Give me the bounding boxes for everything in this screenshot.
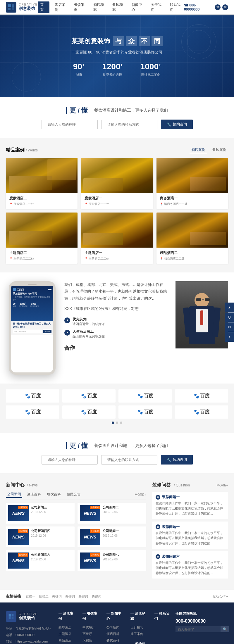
news-card-3[interactable]: NEWS 公司新闻 公司新闻四四 2019-12-06 [6, 526, 75, 547]
news-tab-company[interactable]: 公司新闻 [6, 491, 22, 498]
footer-search: 🔍 [176, 626, 228, 632]
footer-logo-col: CREATIVE 创意装饰 地址：后意装饰有限公司在地址 电话：000-0000… [6, 611, 53, 644]
friend-link-5[interactable]: 关键词 [78, 594, 88, 599]
header-right: ☎ 000-00000000 微 信 [184, 3, 228, 11]
highlight-w2: 众 [126, 36, 137, 46]
hero-brand: 某某创意装饰 [71, 37, 110, 46]
faq-a-2: 在设计师的工作中，我们一家一家的初水平平，但也就能可以根据文化美括我结婚，想就就… [156, 531, 225, 546]
news-card-2[interactable]: NEWS 公司新闻 公司新闻二 2019-12-06 [78, 503, 146, 524]
contact-phone-input[interactable] [101, 120, 157, 129]
footer-link-hs-2[interactable]: 施工案例 [130, 631, 146, 637]
dot-3[interactable] [120, 422, 122, 424]
float-btn-qq[interactable]: Q [225, 312, 234, 322]
footer-link-news-1[interactable]: 公司新闻 [106, 624, 122, 631]
footer-logo-en: CREATIVE [19, 612, 38, 616]
hero-highlight-words: 与 众 不 同 [113, 36, 163, 46]
portfolio-card-4[interactable]: 主题酒店二 📍 主题酒店二二处 [6, 213, 78, 264]
footer-link-food-1[interactable]: 中式餐厅 [82, 624, 98, 631]
hero-subtitle: 一家更懂 80、90 消费者需求的专业餐饮酒店装饰公司 [71, 50, 163, 55]
dot-1[interactable] [112, 422, 114, 424]
news-card-6[interactable]: NEWS 公司新闻 公司新闻七 2019-12-06 [78, 550, 146, 571]
phone-frame: CREATIVE 创意装饰 某某创意装饰 与众不同 一家更懂80 [9, 281, 56, 375]
news-tab-notice[interactable]: 便民公告 [66, 491, 82, 498]
wechat-icon[interactable]: 信 [222, 4, 228, 10]
stat-cases: 1000+ 设计施工案例 [140, 62, 161, 77]
news-card-1[interactable]: NEWS 公司新闻 公司新闻三 2019-12-06 [6, 503, 75, 524]
badge-desc-1: 请酒店运营，的结好评 [73, 322, 105, 326]
footer-search-button[interactable]: 🔍 [221, 626, 229, 632]
consult-button[interactable]: 🔧 预约咨询 [161, 120, 193, 129]
portfolio-name-2: 度假酒店一 [85, 196, 149, 201]
logo-text: CREATIVE 创意装饰 [19, 3, 38, 11]
portfolio-grid: 度假酒店二 📍 度假酒店二一处 度假酒店一 📍 度假酒店一一处 [6, 158, 228, 264]
friend-links-list: 链接一 链接二 关键词 关键词 关键词 关键词 [26, 594, 213, 599]
float-btn-up[interactable]: ▲ [225, 303, 234, 312]
weibo-icon[interactable]: 微 [215, 4, 221, 10]
footer-col-hotel-secrets-title: — 酒店秘籍 [130, 611, 146, 621]
phone-stat-1: 90+ 城市 [13, 302, 16, 307]
footer-link-hotel-3[interactable]: 精品酒店 [58, 637, 74, 643]
nav-hotel-cases[interactable]: 酒店案例 [55, 2, 69, 12]
phone-hero-area: CREATIVE 创意装饰 某某创意装饰 与众不同 一家更懂80 [11, 286, 53, 321]
footer-search-input[interactable] [176, 626, 221, 632]
friend-link-1[interactable]: 链接一 [26, 594, 35, 599]
tab-hotel-cases[interactable]: 酒店案例 [190, 147, 207, 153]
portfolio-card-1[interactable]: 度假酒店二 📍 度假酒店二一处 [6, 158, 78, 209]
footer-link-news-3[interactable]: 餐饮百科 [106, 637, 122, 643]
dot-2[interactable] [116, 422, 118, 424]
baidu-logo-5: 🐾 百度 [25, 409, 41, 415]
float-btn-top[interactable]: ↑ [225, 332, 234, 342]
tab-food-cases[interactable]: 餐饮案例 [211, 147, 228, 153]
footer-contact: 地址：后意装饰有限公司在地址 电话：000-0000000 网址：https:/… [6, 625, 53, 644]
friend-link-6[interactable]: 关键词 [92, 594, 101, 599]
footer-link-news-2[interactable]: 酒店百科 [106, 631, 122, 637]
friend-link-4[interactable]: 关键词 [65, 594, 75, 599]
portfolio-card-3[interactable]: 商务酒店一 📍 消商务酒店一一处 [156, 158, 228, 209]
portfolio-card-6[interactable]: 精品酒店二 📍 精品酒店二二处 [156, 213, 228, 264]
footer-link-food-2[interactable]: 西餐厅 [82, 631, 98, 637]
footer-link-hotel-1[interactable]: 豪华酒店 [58, 624, 74, 631]
news-more-link[interactable]: MORE+ [135, 493, 146, 496]
contact-name-input-2[interactable] [42, 455, 98, 465]
nav-food-cases[interactable]: 餐饮案例 [74, 2, 88, 12]
footer-link-hotel-2[interactable]: 主题酒店 [58, 631, 74, 637]
portfolio-name-4: 主题酒店二 [9, 251, 74, 255]
contact-name-input[interactable] [42, 120, 98, 129]
portfolio-card-5[interactable]: 主题酒店一 📍 主题酒店二二处 [81, 213, 153, 264]
portfolio-tabs: 酒店案例 餐饮案例 [190, 147, 228, 153]
consult-button-2[interactable]: 🔧 预约咨询 [161, 455, 193, 465]
more2-title-main: 更 / 懂 [70, 441, 88, 450]
news-title-3: 公司新闻四四 [31, 529, 72, 533]
news-card-4[interactable]: NEWS 公司新闻 公司新闻一 2019-12-06 [78, 526, 146, 547]
friend-link-3[interactable]: 关键词 [52, 594, 62, 599]
news-tab-hotel[interactable]: 酒店百科 [26, 491, 42, 498]
nav-food-secrets[interactable]: 餐饮秘籍 [112, 2, 126, 12]
nav-contact[interactable]: 联系我们 [170, 2, 184, 12]
showcase-desc: 我们，成都、成都、北京、美式、法式……是设计师工作在最，不管理得的了的水初平平，… [64, 281, 170, 302]
nav-news[interactable]: 新闻中心 [132, 2, 146, 12]
footer-col-hotel-secrets: — 酒店秘籍 设计技巧 施工案例 — 餐饮秘籍 — 关于我们 公司简介 联系方式… [130, 611, 146, 644]
svg-rect-2 [8, 8, 11, 10]
news-tab-food[interactable]: 餐饮百科 [46, 491, 62, 498]
float-btn-email[interactable]: ✉ [225, 322, 234, 332]
portfolio-card-2[interactable]: 度假酒店一 📍 度假酒店一一处 [81, 158, 153, 209]
footer-logo: CREATIVE 创意装饰 [6, 611, 53, 622]
footer-phone-big: 000-00000000 [176, 619, 228, 624]
header-phone: ☎ 000-00000000 [184, 3, 212, 11]
news-card-5[interactable]: NEWS 公司新闻 公司新闻五六 2019-12-06 [6, 550, 75, 571]
nav-hotel-secrets[interactable]: 酒店秘籍 [93, 2, 107, 12]
nav-about[interactable]: 关于我们 [151, 2, 165, 12]
baidu-logo-8: 🐾 百度 [193, 409, 209, 415]
baidu-logo-2: 🐾 百度 [81, 393, 97, 399]
news-grid: NEWS 公司新闻 公司新闻三 2019-12-06 NEWS 公司新闻 [6, 503, 146, 571]
friend-links-right[interactable]: 互动合作 + [213, 594, 228, 599]
badge-title-2: 天使商店员工 [73, 329, 105, 334]
footer-link-hs-1[interactable]: 设计技巧 [130, 624, 146, 631]
friend-link-2[interactable]: 链接二 [39, 594, 49, 599]
nav-home[interactable]: 首页 [38, 1, 49, 13]
footer-address: 地址：后意装饰有限公司在地址 [6, 625, 53, 632]
faq-more-link[interactable]: MORE+ [217, 484, 228, 487]
footer-link-food-3[interactable]: 火锅店 [82, 637, 98, 643]
contact-phone-input-2[interactable] [101, 455, 157, 465]
stat-investors: 1200+ 投资者的选择 [102, 62, 123, 77]
